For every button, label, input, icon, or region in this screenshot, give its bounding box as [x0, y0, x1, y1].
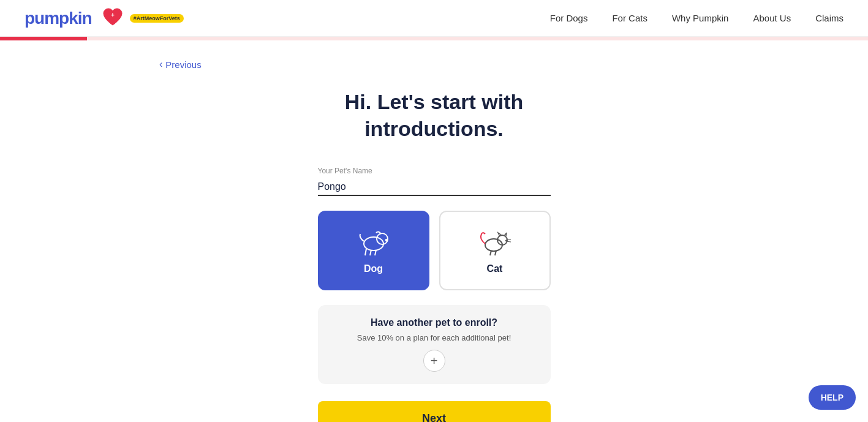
back-button-label: Previous: [165, 59, 201, 70]
main-content: ‹ Previous Hi. Let's start with introduc…: [0, 40, 868, 422]
logo-heart-icon: +: [102, 7, 124, 30]
svg-line-3: [370, 250, 371, 255]
another-pet-subtitle: Save 10% on a plan for each additional p…: [357, 333, 511, 342]
add-pet-button[interactable]: +: [423, 350, 445, 372]
nav-claims[interactable]: Claims: [815, 13, 843, 23]
help-button[interactable]: HELP: [809, 385, 856, 410]
main-nav: For Dogs For Cats Why Pumpkin About Us C…: [550, 13, 843, 23]
cat-card[interactable]: Cat: [439, 211, 551, 290]
pet-name-input[interactable]: [318, 179, 551, 196]
logo-text: pumpkin: [25, 9, 92, 28]
dog-card[interactable]: Dog: [318, 211, 429, 290]
next-button[interactable]: Next: [318, 401, 551, 422]
nav-why-pumpkin[interactable]: Why Pumpkin: [672, 13, 729, 23]
svg-line-5: [365, 249, 366, 255]
pet-name-field-group: Your Pet's Name: [318, 167, 551, 196]
nav-for-cats[interactable]: For Cats: [612, 13, 647, 23]
chevron-left-icon: ‹: [159, 59, 162, 70]
another-pet-box: Have another pet to enroll? Save 10% on …: [318, 305, 551, 384]
dog-icon: [354, 227, 393, 257]
svg-point-13: [505, 240, 506, 241]
pet-type-row: Dog: [318, 211, 551, 290]
form-section: Your Pet's Name: [318, 167, 551, 422]
cat-card-label: Cat: [487, 263, 503, 274]
svg-point-6: [385, 239, 387, 241]
another-pet-title: Have another pet to enroll?: [371, 317, 497, 328]
logo: pumpkin + #ArtMeowForVets: [25, 7, 184, 30]
nav-for-dogs[interactable]: For Dogs: [550, 13, 588, 23]
nav-about-us[interactable]: About Us: [753, 13, 791, 23]
svg-text:+: +: [111, 12, 115, 18]
logo-badge: #ArtMeowForVets: [130, 14, 184, 23]
svg-point-7: [485, 239, 502, 251]
dog-card-label: Dog: [364, 263, 383, 274]
pet-name-label: Your Pet's Name: [318, 167, 551, 175]
cat-icon: [475, 227, 515, 257]
back-button[interactable]: ‹ Previous: [159, 59, 202, 70]
page-title: Hi. Let's start with introductions.: [345, 88, 523, 142]
header: pumpkin + #ArtMeowForVets For Dogs For C…: [0, 0, 868, 37]
